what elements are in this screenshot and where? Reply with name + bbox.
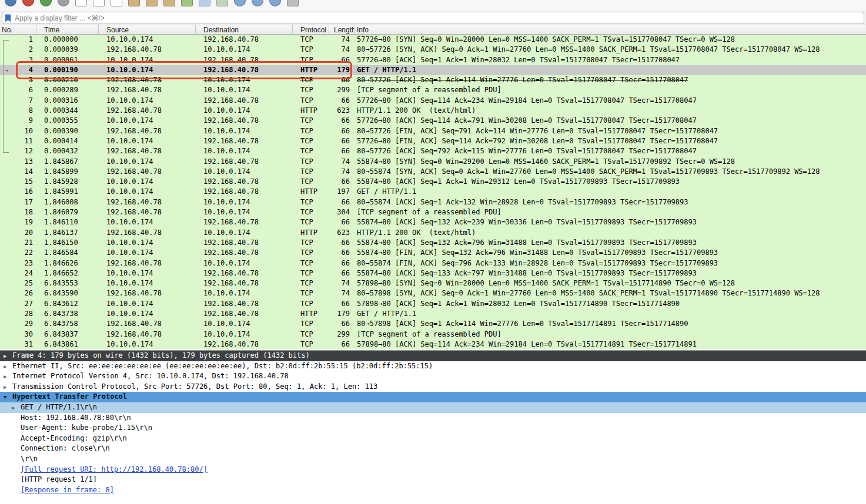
colorize-icon[interactable] (216, 0, 228, 6)
expand-icon[interactable]: ▶ (12, 403, 21, 413)
close-capture-icon[interactable] (111, 0, 122, 6)
detail-row[interactable]: [Full request URI: http://192.168.40.78:… (0, 465, 866, 475)
detail-link[interactable]: [Full request URI: http://192.168.40.78:… (21, 465, 208, 473)
packet-row[interactable]: 171.846008192.168.40.7810.10.0.174TCP668… (0, 197, 866, 207)
packet-row[interactable]: 90.00035510.10.0.174192.168.40.78TCP6657… (0, 116, 866, 126)
expand-icon[interactable]: ▶ (4, 382, 12, 392)
packet-no: 15 (0, 177, 36, 187)
packet-info: 57726→80 [ACK] Seq=114 Ack=791 Win=30208… (355, 116, 866, 126)
expand-icon[interactable]: ▶ (4, 372, 12, 382)
packet-src: 10.10.0.174 (99, 177, 196, 187)
detail-row[interactable]: ▶Frame 4: 179 bytes on wire (1432 bits),… (0, 351, 866, 361)
column-header-no[interactable]: No. (0, 25, 36, 34)
zoom-out-icon[interactable] (252, 0, 263, 6)
back-arrow-icon[interactable] (146, 0, 158, 6)
packet-no: 22 (0, 248, 36, 258)
autoscroll-icon[interactable] (199, 0, 210, 6)
packet-row[interactable]: 120.000432192.168.40.7810.10.0.174TCP668… (0, 146, 866, 156)
bookmark-icon[interactable] (5, 14, 11, 22)
packet-row[interactable]: 276.84361210.10.0.174192.168.40.78TCP665… (0, 299, 866, 309)
detail-link[interactable]: [Response in frame: 8] (21, 486, 114, 494)
detail-row[interactable]: \r\n (0, 454, 866, 465)
stop-capture-icon[interactable] (22, 0, 34, 6)
packet-row[interactable]: 266.843590192.168.40.7810.10.0.174TCP748… (0, 288, 866, 298)
packet-row[interactable]: 191.84611010.10.0.174192.168.40.78TCP665… (0, 217, 866, 227)
packet-no: 3 (0, 55, 36, 65)
column-header-protocol[interactable]: Protocol (293, 25, 329, 34)
packet-row[interactable]: 60.000289192.168.40.7810.10.0.174TCP299[… (0, 85, 866, 95)
column-header-time[interactable]: Time (36, 25, 99, 34)
packet-row[interactable]: 30.00006110.10.0.174192.168.40.78TCP6657… (0, 55, 866, 65)
open-capture-icon[interactable] (75, 0, 87, 6)
packet-row[interactable]: 20.000039192.168.40.7810.10.0.174TCP7480… (0, 45, 866, 55)
packet-dst: 10.10.0.174 (196, 207, 293, 217)
detail-row[interactable]: ▼Hypertext Transfer Protocol (0, 392, 866, 402)
detail-row[interactable]: ▶GET / HTTP/1.1\r\n (0, 402, 866, 413)
detail-row[interactable]: ▶Ethernet II, Src: ee:ee:ee:ee:ee:ee (ee… (0, 361, 866, 372)
packet-time: 0.000344 (36, 106, 99, 116)
packet-row[interactable]: 10.00000010.10.0.174192.168.40.78TCP7457… (0, 35, 866, 45)
packet-row[interactable]: 151.84592810.10.0.174192.168.40.78TCP665… (0, 177, 866, 187)
packet-row[interactable]: 80.000344192.168.40.7810.10.0.174HTTP623… (0, 106, 866, 116)
detail-row[interactable]: Accept-Encoding: gzip\r\n (0, 434, 866, 444)
packet-row[interactable]: 296.843758192.168.40.7810.10.0.174TCP668… (0, 319, 866, 329)
packet-row[interactable]: 211.84615010.10.0.174192.168.40.78TCP665… (0, 238, 866, 248)
packet-dst: 10.10.0.174 (196, 146, 293, 156)
packet-no: 17 (0, 197, 36, 207)
packet-row[interactable]: 141.845899192.168.40.7810.10.0.174TCP748… (0, 167, 866, 177)
packet-len: 66 (329, 177, 355, 187)
detail-row[interactable]: [Response in frame: 8] (0, 485, 866, 496)
column-header-destination[interactable]: Destination (196, 25, 293, 34)
display-filter-input[interactable]: Apply a display filter ... <⌘/> (2, 12, 864, 24)
detail-row[interactable]: [HTTP request 1/1] (0, 475, 866, 485)
packet-proto: TCP (293, 238, 329, 248)
packet-no: 23 (0, 258, 36, 268)
packet-row[interactable]: 40.00019010.10.0.174192.168.40.78HTTP179… (0, 65, 866, 75)
packet-row[interactable]: 110.00041410.10.0.174192.168.40.78TCP665… (0, 136, 866, 146)
column-header-source[interactable]: Source (99, 25, 196, 34)
packet-dst: 10.10.0.174 (196, 45, 293, 55)
packet-row[interactable]: 256.84355310.10.0.174192.168.40.78TCP745… (0, 278, 866, 288)
packet-row[interactable]: 221.84658410.10.0.174192.168.40.78TCP665… (0, 248, 866, 258)
detail-row[interactable]: Connection: close\r\n (0, 443, 866, 454)
packet-len: 66 (329, 248, 355, 258)
expand-icon[interactable]: ▶ (4, 351, 12, 361)
detail-row[interactable]: ▶Transmission Control Protocol, Src Port… (0, 382, 866, 392)
resize-columns-icon[interactable] (287, 0, 299, 6)
packet-no: 29 (0, 319, 36, 329)
packet-row[interactable]: 50.000210192.168.40.7810.10.0.174TCP6680… (0, 75, 866, 85)
packet-len: 66 (329, 136, 355, 146)
packet-row[interactable]: 241.84665210.10.0.174192.168.40.78TCP665… (0, 268, 866, 278)
packet-row[interactable]: 70.00031610.10.0.174192.168.40.78TCP6657… (0, 96, 866, 106)
restart-capture-icon[interactable] (40, 0, 52, 6)
detail-row[interactable]: User-Agent: kube-probe/1.15\r\n (0, 423, 866, 434)
packet-info: 57726→80 [FIN, ACK] Seq=114 Ack=792 Win=… (355, 136, 866, 146)
packet-row[interactable]: 231.846626192.168.40.7810.10.0.174TCP668… (0, 258, 866, 268)
packet-row[interactable]: 286.84373810.10.0.174192.168.40.78HTTP17… (0, 309, 866, 319)
reload-icon[interactable] (128, 0, 140, 6)
packet-row[interactable]: 201.846137192.168.40.7810.10.0.174HTTP62… (0, 228, 866, 238)
detail-row[interactable]: ▶Internet Protocol Version 4, Src: 10.10… (0, 371, 866, 382)
wireshark-fin-icon[interactable] (5, 0, 16, 6)
column-header-length[interactable]: Length (329, 25, 355, 34)
packet-row[interactable]: 100.000390192.168.40.7810.10.0.174TCP668… (0, 126, 866, 136)
zoom-in-icon[interactable] (234, 0, 246, 6)
packet-proto: TCP (293, 96, 329, 106)
packet-list-body: → 10.00000010.10.0.174192.168.40.78TCP74… (0, 35, 866, 350)
capture-options-icon[interactable] (58, 0, 69, 6)
zoom-reset-icon[interactable] (269, 0, 281, 6)
packet-row[interactable]: 316.84386110.10.0.174192.168.40.78TCP665… (0, 340, 866, 350)
detail-row[interactable]: Host: 192.168.40.78:80\r\n (0, 413, 866, 424)
packet-row[interactable]: 306.843837192.168.40.7810.10.0.174TCP299… (0, 330, 866, 340)
forward-arrow-icon[interactable] (163, 0, 175, 6)
expand-icon[interactable]: ▶ (4, 362, 12, 372)
save-capture-icon[interactable] (93, 0, 105, 6)
packet-no: 14 (0, 167, 36, 177)
collapse-icon[interactable]: ▼ (4, 392, 12, 402)
packet-row[interactable]: 181.846079192.168.40.7810.10.0.174TCP304… (0, 207, 866, 217)
packet-row[interactable]: 131.84586710.10.0.174192.168.40.78TCP745… (0, 157, 866, 167)
column-header-info[interactable]: Info (355, 25, 866, 34)
packet-row[interactable]: 161.84599110.10.0.174192.168.40.78HTTP19… (0, 187, 866, 197)
go-to-packet-icon[interactable] (181, 0, 193, 6)
packet-dst: 192.168.40.78 (196, 35, 293, 45)
